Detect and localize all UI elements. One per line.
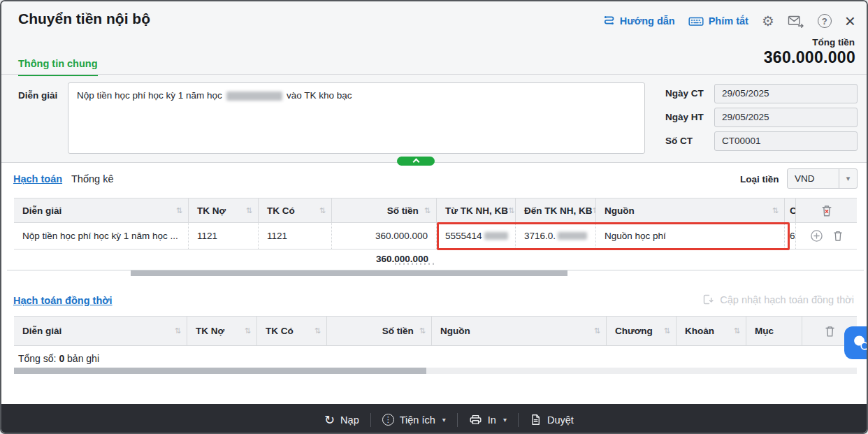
print-button[interactable]: In ▾: [469, 414, 507, 426]
col-header-chapter[interactable]: Chương⇅: [607, 317, 677, 345]
sort-icon[interactable]: ⇅: [245, 326, 251, 335]
footer-divider: [457, 413, 458, 427]
table-row[interactable]: Nộp tiền học phí học kỳ 1 năm học ... 11…: [14, 223, 857, 249]
sort-icon[interactable]: ⇅: [734, 326, 740, 335]
sort-icon[interactable]: ⇅: [594, 326, 600, 335]
total-amount-label: Tổng tiền: [812, 37, 855, 48]
shortcut-link-label: Phím tắt: [709, 15, 748, 27]
sort-icon[interactable]: ⇅: [772, 206, 779, 215]
date-ct-field[interactable]: 29/05/2025: [714, 84, 858, 103]
col-header-from-account[interactable]: Từ TK NH, KB⇅: [437, 198, 516, 222]
chat-support-button[interactable]: [844, 326, 868, 359]
cell-to-account[interactable]: 3716.0.: [516, 223, 596, 249]
col-header-source[interactable]: Nguồn⇅: [596, 198, 785, 222]
sort-icon[interactable]: ⇅: [319, 206, 326, 215]
simultaneous-accounting-link[interactable]: Hạch toán đồng thời: [13, 295, 113, 306]
tab-divider: [1, 74, 867, 75]
collapse-button[interactable]: [397, 157, 435, 166]
utilities-button[interactable]: ⋮ Tiện ích ▾: [382, 414, 446, 426]
chevron-up-icon: [412, 159, 419, 166]
col-header-debit[interactable]: TK Nợ⇅: [189, 198, 259, 222]
tab-accounting[interactable]: Hạch toán: [13, 173, 62, 185]
chat-icon: [852, 333, 868, 352]
accounting-table: Diễn giải⇅ TK Nợ⇅ TK Có⇅ Số tiền⇅ Từ TK …: [14, 198, 857, 268]
currency-label: Loại tiền: [740, 174, 779, 185]
col-header-debit[interactable]: TK Nợ⇅: [187, 317, 257, 345]
resize-grip[interactable]: [395, 263, 435, 265]
redacted-text: [226, 92, 282, 101]
shortcut-link[interactable]: Phím tắt: [688, 15, 748, 27]
cell-chapter[interactable]: 62: [785, 223, 796, 249]
chevron-down-icon[interactable]: ▾: [839, 169, 857, 188]
date-ht-field[interactable]: 29/05/2025: [714, 108, 858, 127]
doc-no-field[interactable]: CT00001: [714, 131, 858, 151]
cell-credit[interactable]: 1121: [259, 223, 332, 249]
reload-button[interactable]: ↻ Nạp: [324, 414, 359, 426]
document-icon: [530, 414, 542, 426]
description-textarea[interactable]: Nộp tiền học phí học kỳ 1 năm họcvào TK …: [68, 82, 645, 154]
header-actions: Hướng dẫn Phím tắt ⚙ ?: [602, 14, 855, 28]
sort-icon[interactable]: ⇅: [419, 326, 426, 335]
date-ct-label: Ngày CT: [665, 88, 704, 99]
close-icon[interactable]: ×: [845, 14, 855, 28]
transfer-dialog-window: Chuyển tiền nội bộ Hướng dẫn: [0, 0, 868, 434]
cell-description[interactable]: Nộp tiền học phí học kỳ 1 năm học ...: [14, 223, 189, 249]
utilities-label: Tiện ích: [400, 414, 435, 426]
sort-icon[interactable]: ⇅: [508, 206, 514, 215]
col-header-description[interactable]: Diễn giải⇅: [14, 317, 187, 345]
table-total-row: 360.000.000: [14, 249, 857, 268]
description-label: Diễn giải: [18, 90, 57, 101]
col-header-source[interactable]: Nguồn⇅: [432, 317, 607, 345]
col-header-actions: [796, 198, 857, 222]
currency-select[interactable]: VND ▾: [787, 168, 858, 189]
utilities-icon: ⋮: [382, 414, 394, 426]
delete-all-icon[interactable]: [824, 325, 836, 338]
col-header-chapter[interactable]: Ch: [785, 198, 796, 222]
col-header-amount[interactable]: Số tiền⇅: [327, 317, 432, 345]
col-header-credit[interactable]: TK Có⇅: [257, 317, 327, 345]
cell-source[interactable]: Nguồn học phí: [596, 223, 785, 249]
help-icon[interactable]: ?: [818, 14, 832, 28]
sort-icon[interactable]: ⇅: [314, 326, 321, 335]
sort-icon[interactable]: ⇅: [175, 326, 181, 335]
col-header-to-account[interactable]: Đến TK NH, KB⇅: [516, 198, 596, 222]
approve-label: Duyệt: [547, 414, 574, 426]
update-download-icon: [702, 294, 714, 305]
record-count: 0: [59, 353, 64, 364]
horizontal-scrollbar-thumb[interactable]: [14, 368, 426, 374]
accounting-table-header: Diễn giải⇅ TK Nợ⇅ TK Có⇅ Số tiền⇅ Từ TK …: [14, 198, 857, 223]
add-row-icon[interactable]: [810, 229, 823, 243]
col-header-item[interactable]: Khoản⇅: [677, 317, 746, 345]
update-simultaneous-button[interactable]: Cập nhật hạch toán đồng thời: [702, 294, 854, 305]
tab-statistics[interactable]: Thống kê: [71, 173, 113, 185]
guide-link-label: Hướng dẫn: [620, 15, 675, 27]
col-header-description[interactable]: Diễn giải⇅: [14, 198, 189, 222]
col-header-section[interactable]: Mục: [746, 317, 802, 345]
cell-amount[interactable]: 360.000.000: [332, 223, 437, 249]
simultaneous-table: Diễn giải⇅ TK Nợ⇅ TK Có⇅ Số tiền⇅ Nguồn⇅…: [14, 316, 857, 346]
settings-icon[interactable]: ⚙: [762, 14, 774, 28]
delete-all-icon[interactable]: [820, 204, 833, 217]
horizontal-scrollbar-thumb[interactable]: [131, 270, 567, 276]
col-header-amount[interactable]: Số tiền⇅: [332, 198, 437, 222]
sort-icon[interactable]: ⇅: [664, 326, 670, 335]
chevron-down-icon: ▾: [503, 416, 507, 424]
mail-icon[interactable]: [788, 15, 804, 28]
keyboard-icon: [688, 15, 704, 27]
footer-toolbar: ‹ › Đóng ↻ Nạp ⋮ Tiện ích ▾: [1, 404, 867, 434]
guide-link[interactable]: Hướng dẫn: [602, 15, 675, 27]
sort-icon[interactable]: ⇅: [246, 206, 252, 215]
col-header-credit[interactable]: TK Có⇅: [259, 198, 332, 222]
sort-icon[interactable]: ⇅: [176, 206, 182, 215]
table-total-amount: 360.000.000: [14, 254, 437, 264]
cell-from-account[interactable]: 5555414: [437, 223, 516, 249]
chevron-down-icon: ▾: [442, 416, 446, 424]
approve-button[interactable]: Duyệt: [530, 414, 574, 426]
cell-debit[interactable]: 1121: [189, 223, 259, 249]
page-title: Chuyển tiền nội bộ: [18, 10, 150, 27]
footer-center-actions: ↻ Nạp ⋮ Tiện ích ▾ In ▾: [324, 404, 574, 434]
refresh-icon: ↻: [324, 414, 335, 426]
sort-icon[interactable]: ⇅: [424, 206, 431, 215]
delete-row-icon[interactable]: [832, 230, 844, 242]
update-simultaneous-label: Cập nhật hạch toán đồng thời: [720, 294, 854, 305]
